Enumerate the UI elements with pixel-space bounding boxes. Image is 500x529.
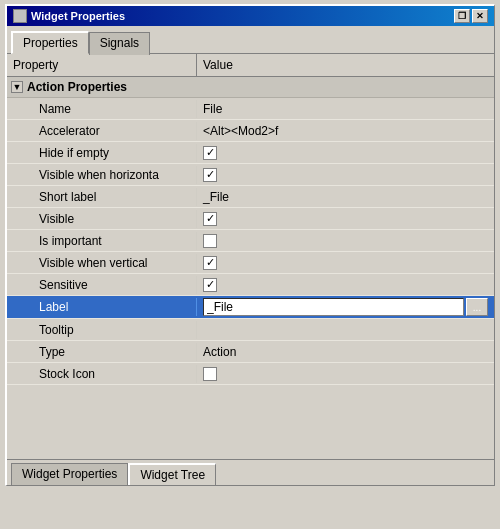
prop-name-label: Label <box>7 298 197 316</box>
prop-row-is-important: Is important <box>7 230 494 252</box>
prop-name-type: Type <box>7 343 197 361</box>
restore-button[interactable]: ❐ <box>454 9 470 23</box>
widget-icon <box>13 9 27 23</box>
prop-name-sensitive: Sensitive <box>7 276 197 294</box>
prop-value-visible-when-horizontal[interactable] <box>197 166 494 184</box>
restore-icon: ❐ <box>458 11 466 21</box>
label-input[interactable] <box>203 298 464 316</box>
prop-row-label[interactable]: Label ... <box>7 296 494 319</box>
title-buttons: ❐ ✕ <box>454 9 488 23</box>
browse-icon: ... <box>473 302 481 313</box>
prop-value-visible-when-vertical[interactable] <box>197 254 494 272</box>
window-title: Widget Properties <box>31 10 125 22</box>
prop-name-short-label: Short label <box>7 188 197 206</box>
prop-row-name: Name File <box>7 98 494 120</box>
label-input-row: ... <box>203 298 488 316</box>
checkbox-visible-when-vertical[interactable] <box>203 256 217 270</box>
title-bar-left: Widget Properties <box>13 9 125 23</box>
tab-signals[interactable]: Signals <box>89 32 150 55</box>
bottom-tab-widget-tree[interactable]: Widget Tree <box>128 463 216 485</box>
action-properties-section: ▼ Action Properties <box>7 77 494 98</box>
property-column-header: Property <box>7 54 197 76</box>
prop-name-stock-icon: Stock Icon <box>7 365 197 383</box>
prop-name-visible-when-horizontal: Visible when horizonta <box>7 166 197 184</box>
checkbox-visible-when-horizontal[interactable] <box>203 168 217 182</box>
value-column-header: Value <box>197 54 494 76</box>
prop-row-type: Type Action <box>7 341 494 363</box>
checkbox-hide-if-empty[interactable] <box>203 146 217 160</box>
prop-value-name: File <box>197 100 494 118</box>
table-header: Property Value <box>7 54 494 77</box>
prop-row-hide-if-empty: Hide if empty <box>7 142 494 164</box>
prop-row-visible-when-vertical: Visible when vertical <box>7 252 494 274</box>
prop-row-tooltip: Tooltip <box>7 319 494 341</box>
prop-value-visible[interactable] <box>197 210 494 228</box>
prop-value-is-important[interactable] <box>197 232 494 250</box>
close-icon: ✕ <box>476 11 484 21</box>
widget-properties-window: Widget Properties ❐ ✕ Properties Signals… <box>5 4 495 486</box>
section-title: Action Properties <box>27 80 127 94</box>
prop-name-is-important: Is important <box>7 232 197 250</box>
prop-row-stock-icon: Stock Icon <box>7 363 494 385</box>
title-bar: Widget Properties ❐ ✕ <box>7 6 494 26</box>
checkbox-stock-icon[interactable] <box>203 367 217 381</box>
prop-row-accelerator: Accelerator <Alt><Mod2>f <box>7 120 494 142</box>
content-area: Property Value ▼ Action Properties Name … <box>7 54 494 457</box>
close-button[interactable]: ✕ <box>472 9 488 23</box>
prop-value-sensitive[interactable] <box>197 276 494 294</box>
prop-value-short-label: _File <box>197 188 494 206</box>
prop-value-stock-icon[interactable] <box>197 365 494 383</box>
browse-button[interactable]: ... <box>466 298 488 316</box>
checkbox-sensitive[interactable] <box>203 278 217 292</box>
prop-name-tooltip: Tooltip <box>7 321 197 339</box>
bottom-tab-widget-properties[interactable]: Widget Properties <box>11 463 128 485</box>
tab-properties[interactable]: Properties <box>11 31 89 54</box>
prop-value-tooltip <box>197 328 494 332</box>
prop-name-name: Name <box>7 100 197 118</box>
prop-name-hide-if-empty: Hide if empty <box>7 144 197 162</box>
prop-row-visible-when-horizontal: Visible when horizonta <box>7 164 494 186</box>
checkbox-visible[interactable] <box>203 212 217 226</box>
top-tab-bar: Properties Signals <box>7 26 494 54</box>
prop-name-visible: Visible <box>7 210 197 228</box>
section-toggle[interactable]: ▼ <box>11 81 23 93</box>
prop-value-hide-if-empty[interactable] <box>197 144 494 162</box>
checkbox-is-important[interactable] <box>203 234 217 248</box>
properties-scroll-area[interactable]: ▼ Action Properties Name File Accelerato… <box>7 77 494 457</box>
prop-value-label[interactable]: ... <box>197 296 494 318</box>
prop-row-short-label: Short label _File <box>7 186 494 208</box>
prop-row-visible: Visible <box>7 208 494 230</box>
prop-name-accelerator: Accelerator <box>7 122 197 140</box>
prop-value-type: Action <box>197 343 494 361</box>
prop-name-visible-when-vertical: Visible when vertical <box>7 254 197 272</box>
prop-value-accelerator: <Alt><Mod2>f <box>197 122 494 140</box>
prop-row-sensitive: Sensitive <box>7 274 494 296</box>
bottom-tab-bar: Widget Properties Widget Tree <box>7 459 494 485</box>
